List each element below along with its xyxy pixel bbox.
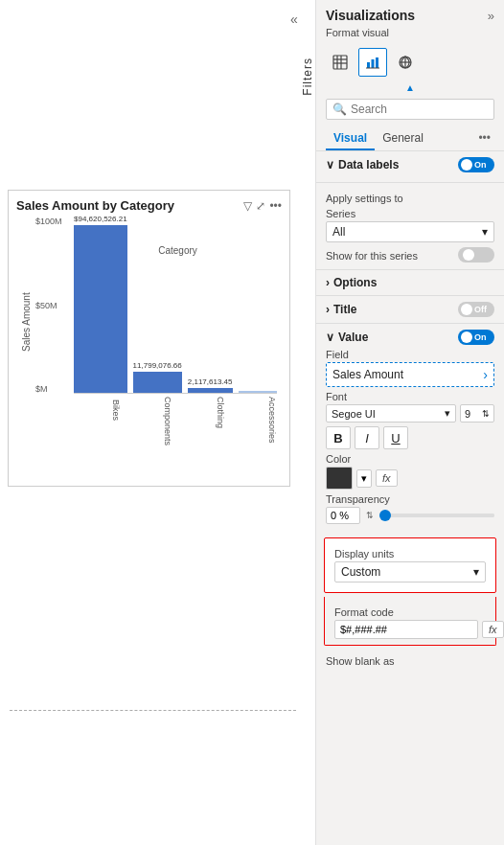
- svg-rect-0: [333, 56, 347, 69]
- display-units-value: Custom: [341, 565, 380, 579]
- color-row: ▾ fx: [326, 467, 494, 490]
- y-axis-label: Sales Amount: [16, 217, 35, 427]
- toggle-knob: [461, 331, 472, 343]
- y-label: $100M: [35, 217, 72, 226]
- expand-panel-icon[interactable]: »: [488, 9, 494, 23]
- search-box[interactable]: 🔍: [326, 99, 494, 120]
- options-header[interactable]: › Options: [326, 276, 494, 289]
- chevron-down-icon: ▾: [473, 565, 479, 579]
- toggle-off-label: Off: [474, 305, 487, 314]
- dotted-separator: [10, 710, 296, 711]
- series-dropdown[interactable]: All ▾: [326, 221, 494, 242]
- bars-area: $94,620,526.21 11,799,076.66 2,117,613.4…: [74, 217, 277, 394]
- format-visual-label: Format visual: [316, 27, 504, 44]
- field-value: Sales Amount: [332, 368, 403, 381]
- font-row: Segoe UI ▾ 9 ⇅: [326, 404, 494, 422]
- format-code-label: Format code: [334, 606, 486, 618]
- header-icons: »: [488, 9, 494, 23]
- collapse-panel-button[interactable]: «: [285, 10, 304, 29]
- show-for-series-toggle[interactable]: [458, 247, 494, 263]
- search-input[interactable]: [351, 103, 488, 116]
- transparency-value: 0 %: [331, 510, 349, 521]
- slider-thumb: [379, 510, 391, 521]
- data-labels-header: ∨ Data labels On: [326, 157, 494, 172]
- color-swatch[interactable]: [326, 467, 353, 490]
- format-code-fx-button[interactable]: fx: [482, 621, 504, 638]
- bar-group-clothing[interactable]: 2,117,613.45: [188, 377, 233, 393]
- chart-title: Sales Amount by Category: [16, 198, 174, 213]
- expand-icon[interactable]: ⤢: [256, 199, 265, 213]
- color-dropdown-button[interactable]: ▾: [356, 469, 372, 488]
- viz-icons-row: [316, 44, 504, 82]
- filter-icon[interactable]: ▽: [243, 199, 252, 213]
- chevron-down-icon: ∨: [326, 331, 334, 344]
- chevron-down-icon: ∨: [326, 158, 334, 171]
- title-toggle[interactable]: Off: [458, 302, 494, 317]
- x-label-accessories: Accessories: [231, 397, 278, 423]
- data-labels-toggle[interactable]: On: [458, 157, 494, 172]
- show-for-series-row: Show for this series: [326, 246, 494, 263]
- title-section: › Title Off: [316, 295, 504, 323]
- display-units-label: Display units: [334, 548, 486, 560]
- title-section-header: › Title Off: [326, 302, 494, 317]
- bold-button[interactable]: B: [326, 426, 351, 449]
- spinner-icon: ⇅: [482, 409, 490, 419]
- display-units-dropdown[interactable]: Custom ▾: [334, 561, 486, 582]
- svg-rect-5: [367, 62, 370, 68]
- transparency-label: Transparency: [326, 493, 494, 505]
- chevron-down-icon: ▾: [482, 225, 488, 239]
- bar-group-accessories[interactable]: [239, 389, 278, 393]
- bar-chart-viz-button[interactable]: [358, 48, 387, 77]
- value-toggle[interactable]: On: [458, 330, 494, 345]
- active-tab-indicator: ▲: [316, 82, 504, 95]
- more-options-icon[interactable]: •••: [269, 199, 282, 213]
- color-fx-button[interactable]: fx: [376, 469, 398, 487]
- filters-label: Filters: [301, 57, 314, 96]
- format-code-row: fx: [334, 620, 486, 639]
- toggle-on-label: On: [474, 160, 487, 170]
- x-label-components: Components: [126, 397, 173, 423]
- color-label: Color: [326, 453, 494, 465]
- underline-button[interactable]: U: [383, 426, 408, 449]
- bar-value-clothing: 2,117,613.45: [188, 377, 233, 386]
- format-code-section: Format code fx: [324, 597, 496, 646]
- title-header[interactable]: › Title: [326, 303, 356, 316]
- format-code-input[interactable]: [334, 620, 478, 639]
- y-label: $50M: [35, 301, 72, 310]
- visualizations-panel: Visualizations » Format visual: [316, 0, 504, 845]
- field-dropdown[interactable]: Sales Amount ›: [326, 362, 494, 387]
- field-arrow-icon: ›: [483, 367, 488, 382]
- font-size-value: 9: [465, 408, 470, 420]
- tab-more-button[interactable]: •••: [474, 127, 494, 150]
- field-label: Field: [326, 349, 494, 360]
- toggle-knob: [463, 249, 474, 261]
- y-label: $M: [35, 384, 72, 394]
- font-family-dropdown[interactable]: Segoe UI ▾: [326, 404, 456, 422]
- bar-group-bikes[interactable]: $94,620,526.21: [74, 215, 127, 393]
- series-label: Series: [326, 208, 494, 219]
- transparency-slider[interactable]: [379, 514, 494, 517]
- x-label-bikes: Bikes: [74, 397, 121, 423]
- font-size-input[interactable]: 9 ⇅: [460, 404, 494, 422]
- table-viz-button[interactable]: [326, 48, 355, 77]
- value-section-header: ∨ Value On: [326, 330, 494, 345]
- apply-settings-title: Apply settings to: [326, 193, 494, 204]
- bar-bikes: [74, 225, 127, 393]
- tab-general[interactable]: General: [375, 127, 431, 150]
- panel-header: Visualizations »: [316, 0, 504, 27]
- show-for-series-label: Show for this series: [326, 250, 418, 262]
- tabs-row: Visual General •••: [316, 127, 504, 151]
- bar-components: [133, 372, 182, 393]
- search-icon: 🔍: [332, 103, 347, 116]
- italic-button[interactable]: I: [355, 426, 379, 449]
- data-labels-title: ∨ Data labels: [326, 158, 399, 171]
- x-axis-labels: Bikes Components Clothing Accessories: [74, 397, 277, 423]
- tab-visual[interactable]: Visual: [326, 127, 375, 150]
- bar-group-components[interactable]: 11,799,076.66: [133, 361, 182, 393]
- analytics-viz-button[interactable]: [391, 48, 420, 77]
- show-blank-label: Show blank as: [326, 655, 494, 667]
- display-units-section: Display units Custom ▾: [324, 537, 496, 593]
- transparency-input[interactable]: 0 %: [326, 507, 360, 524]
- value-section: ∨ Value On Field Sales Amount › Font Seg…: [316, 323, 504, 534]
- y-axis-labels: $M $50M $100M: [35, 217, 72, 394]
